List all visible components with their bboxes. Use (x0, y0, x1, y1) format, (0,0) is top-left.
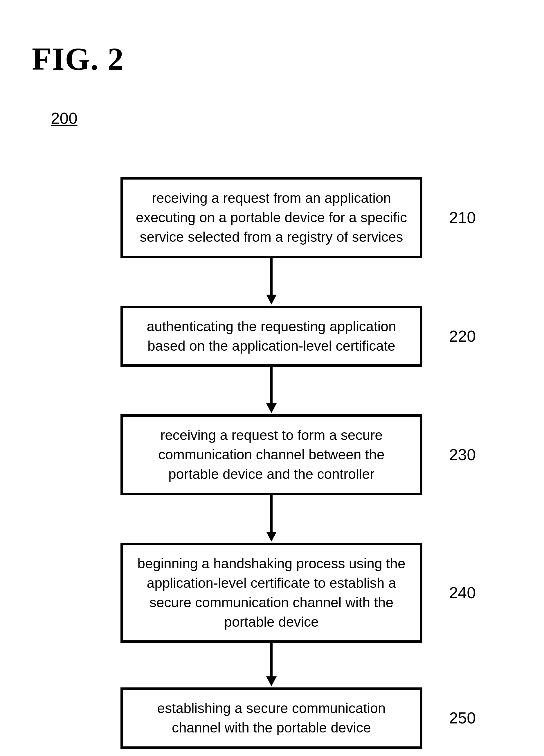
flow-step: receiving a request to form a secure com… (121, 414, 422, 495)
flow-arrow (121, 495, 422, 543)
flow-step-number: 230 (449, 443, 507, 466)
flow-step-text: receiving a request to form a secure com… (134, 425, 408, 484)
flow-step-number: 220 (449, 325, 507, 347)
flow-step-number: 240 (449, 581, 507, 604)
flow-step-text: beginning a handshaking process using th… (134, 554, 408, 632)
figure-reference-number: 200 (51, 109, 78, 128)
flow-step-text: authenticating the requesting applicatio… (134, 317, 408, 356)
flow-step: establishing a secure communication chan… (121, 687, 422, 748)
flow-arrow (121, 258, 422, 306)
flow-step-text: establishing a secure communication chan… (134, 698, 408, 737)
svg-marker-3 (266, 403, 276, 413)
figure-page: FIG. 2 200 receiving a request from an a… (0, 0, 544, 756)
svg-marker-7 (266, 676, 276, 686)
flow-step: receiving a request from an application … (121, 177, 422, 258)
flow-arrow (121, 367, 422, 414)
flow-step: authenticating the requesting applicatio… (121, 306, 422, 367)
flow-step-number: 250 (449, 707, 507, 729)
svg-marker-1 (266, 295, 276, 304)
flow-step: beginning a handshaking process using th… (121, 543, 422, 643)
svg-marker-5 (266, 532, 276, 542)
flowchart: receiving a request from an application … (121, 177, 428, 749)
flow-step-text: receiving a request from an application … (134, 188, 408, 247)
flow-arrow (121, 643, 422, 687)
figure-title: FIG. 2 (32, 41, 124, 78)
flow-step-number: 210 (449, 206, 507, 229)
